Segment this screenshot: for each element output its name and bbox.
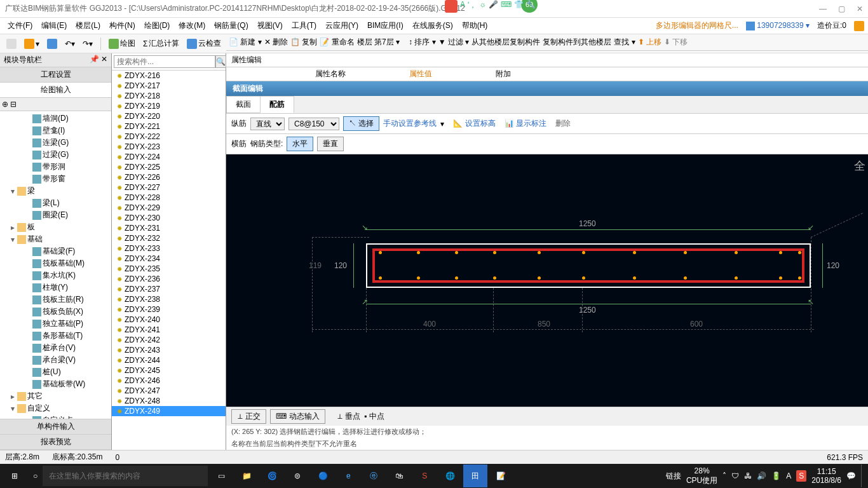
component-item[interactable]: ✹ZDYX-232 bbox=[112, 233, 226, 243]
tree-node[interactable]: 独立基础(P) bbox=[1, 318, 110, 330]
ime-mic-icon[interactable]: 🎤 bbox=[489, 0, 498, 13]
coin-icon[interactable] bbox=[854, 21, 864, 31]
ortho-button[interactable]: ⊥ 正交 bbox=[231, 409, 266, 424]
tree-node[interactable]: 过梁(G) bbox=[1, 149, 110, 161]
manual-ref-link[interactable]: 手动设置参考线 bbox=[383, 118, 437, 129]
component-tree[interactable]: 墙洞(D)壁龛(I)连梁(G)过梁(G)带形洞带形窗▾梁梁(L)圈梁(E)▸板▾… bbox=[0, 111, 111, 419]
component-item[interactable]: ✹ZDYX-248 bbox=[112, 396, 226, 406]
tray-batt-icon[interactable]: 🔋 bbox=[771, 471, 781, 480]
ime-a-icon[interactable]: A bbox=[460, 0, 465, 13]
menu-cloud[interactable]: 云应用(Y) bbox=[322, 19, 362, 32]
component-item[interactable]: ✹ZDYX-244 bbox=[112, 355, 226, 365]
rename-button[interactable]: 📝 重命名 bbox=[320, 37, 354, 48]
menu-bim[interactable]: BIM应用(I) bbox=[363, 19, 407, 32]
app5-icon[interactable]: 🌐 bbox=[438, 464, 462, 487]
component-item[interactable]: ✹ZDYX-231 bbox=[112, 223, 226, 233]
component-item[interactable]: ✹ZDYX-236 bbox=[112, 274, 226, 284]
cortana-search[interactable] bbox=[43, 466, 208, 486]
app1-icon[interactable]: 📁 bbox=[234, 464, 259, 487]
component-item[interactable]: ✹ZDYX-240 bbox=[112, 315, 226, 325]
tray-sogou-icon[interactable]: S bbox=[796, 470, 806, 482]
tree-node[interactable]: ▾自定义 bbox=[1, 402, 110, 414]
full-view-button[interactable]: 全 bbox=[854, 158, 865, 173]
delete-button[interactable]: ✕ 删除 bbox=[264, 37, 288, 48]
tree-node[interactable]: 带形洞 bbox=[1, 161, 110, 173]
tray-vol-icon[interactable]: 🔊 bbox=[757, 471, 766, 480]
move-down-button[interactable]: ⬇ 下移 bbox=[664, 37, 688, 48]
menu-floor[interactable]: 楼层(L) bbox=[72, 19, 104, 32]
tree-node[interactable]: 筏板基础(M) bbox=[1, 257, 110, 269]
store-icon[interactable]: 🛍 bbox=[387, 464, 411, 487]
perp-snap[interactable]: 垂点 bbox=[345, 412, 360, 421]
tray-notif-icon[interactable]: 💬 bbox=[846, 471, 856, 480]
component-item[interactable]: ✹ZDYX-243 bbox=[112, 345, 226, 355]
component-item[interactable]: ✹ZDYX-216 bbox=[112, 71, 226, 81]
component-item[interactable]: ✹ZDYX-237 bbox=[112, 284, 226, 294]
component-item[interactable]: ✹ZDYX-233 bbox=[112, 243, 226, 254]
expand-icon[interactable]: ⊕ bbox=[2, 100, 8, 109]
sogou-task-icon[interactable]: S bbox=[412, 464, 437, 487]
vert-button[interactable]: 垂直 bbox=[317, 137, 344, 151]
select-mode-button[interactable]: ↖ 选择 bbox=[343, 116, 379, 131]
mid-snap[interactable]: 中点 bbox=[369, 412, 384, 421]
taskview-button[interactable]: ▭ bbox=[209, 464, 233, 487]
pin-icon[interactable]: 📌 ✕ bbox=[90, 55, 107, 65]
component-item[interactable]: ✹ZDYX-219 bbox=[112, 101, 226, 111]
redo-button[interactable]: ↷▾ bbox=[80, 38, 95, 50]
menu-component[interactable]: 构件(N) bbox=[105, 19, 139, 32]
tree-node[interactable]: 筏板负筋(X) bbox=[1, 306, 110, 318]
component-item[interactable]: ✹ZDYX-241 bbox=[112, 325, 226, 335]
rebar-stirrup[interactable] bbox=[372, 248, 804, 283]
component-item[interactable]: ✹ZDYX-228 bbox=[112, 193, 226, 203]
tree-node[interactable]: 壁龛(I) bbox=[1, 125, 110, 137]
tray-up-icon[interactable]: ˄ bbox=[722, 471, 726, 480]
component-item[interactable]: ✹ZDYX-230 bbox=[112, 213, 226, 223]
ime-skin-icon[interactable]: 👕 bbox=[514, 0, 524, 13]
tab-draw-input[interactable]: 绘图输入 bbox=[0, 83, 111, 98]
draw-button[interactable]: 绘图 bbox=[106, 37, 138, 50]
component-item[interactable]: ✹ZDYX-222 bbox=[112, 132, 226, 142]
component-item[interactable]: ✹ZDYX-245 bbox=[112, 365, 226, 376]
filter-button[interactable]: ▼ 过滤 ▾ bbox=[438, 37, 470, 48]
tree-node[interactable]: 桩(U) bbox=[1, 366, 110, 378]
tree-node[interactable]: 筏板主筋(R) bbox=[1, 294, 110, 306]
floor-select[interactable]: 楼层 第7层 ▾ bbox=[357, 37, 400, 48]
app6-icon[interactable]: 田 bbox=[463, 464, 487, 487]
user-id[interactable]: 13907298339 ▾ bbox=[746, 21, 810, 30]
component-item[interactable]: ✹ZDYX-226 bbox=[112, 172, 226, 182]
component-item[interactable]: ✹ZDYX-227 bbox=[112, 182, 226, 193]
new-comp-button[interactable]: 📄 新建 ▾ bbox=[229, 37, 262, 48]
dim-top[interactable]: 1250 bbox=[579, 219, 596, 228]
tab-rebar[interactable]: 配筋 bbox=[260, 96, 294, 113]
sort-button[interactable]: ↕ 排序 ▾ bbox=[409, 37, 436, 48]
close-button[interactable]: ✕ bbox=[857, 4, 863, 13]
component-item[interactable]: ✹ZDYX-239 bbox=[112, 304, 226, 315]
collapse-icon[interactable]: ⊟ bbox=[10, 100, 17, 109]
sogou-icon[interactable] bbox=[445, 0, 458, 13]
show-desktop[interactable] bbox=[861, 464, 865, 487]
open-button[interactable]: ▾ bbox=[22, 37, 42, 50]
new-doc-button[interactable] bbox=[4, 37, 19, 50]
menu-edit[interactable]: 编辑(E) bbox=[37, 19, 71, 32]
tree-node[interactable]: ▸板 bbox=[1, 221, 110, 233]
ime-punct-icon[interactable]: '， bbox=[468, 0, 477, 13]
component-item[interactable]: ✹ZDYX-220 bbox=[112, 111, 226, 121]
tree-node[interactable]: 自定义点 bbox=[1, 414, 110, 419]
menu-view[interactable]: 视图(V) bbox=[254, 19, 287, 32]
tree-node[interactable]: 桩承台(V) bbox=[1, 342, 110, 354]
ime-sun-icon[interactable]: ☼ bbox=[479, 0, 486, 13]
rebar-spec-select[interactable]: C8@150 bbox=[288, 118, 339, 130]
tree-node[interactable]: 圈梁(E) bbox=[1, 209, 110, 221]
tray-link[interactable]: 链接 bbox=[666, 471, 681, 482]
cloud-check-button[interactable]: 云检查 bbox=[184, 37, 224, 50]
app2-icon[interactable]: 🌀 bbox=[260, 464, 284, 487]
undo-button[interactable]: ↶▾ bbox=[62, 38, 78, 50]
tray-net-icon[interactable]: 🖧 bbox=[744, 471, 752, 480]
tree-node[interactable]: ▸其它 bbox=[1, 390, 110, 402]
menu-file[interactable]: 文件(F) bbox=[4, 19, 36, 32]
copy-from-button[interactable]: 从其他楼层复制构件 bbox=[471, 37, 540, 48]
copy-to-button[interactable]: 复制构件到其他楼层 bbox=[543, 37, 611, 48]
component-item[interactable]: ✹ZDYX-234 bbox=[112, 254, 226, 264]
maximize-button[interactable]: ▢ bbox=[838, 4, 845, 13]
tree-node[interactable]: 连梁(G) bbox=[1, 137, 110, 149]
